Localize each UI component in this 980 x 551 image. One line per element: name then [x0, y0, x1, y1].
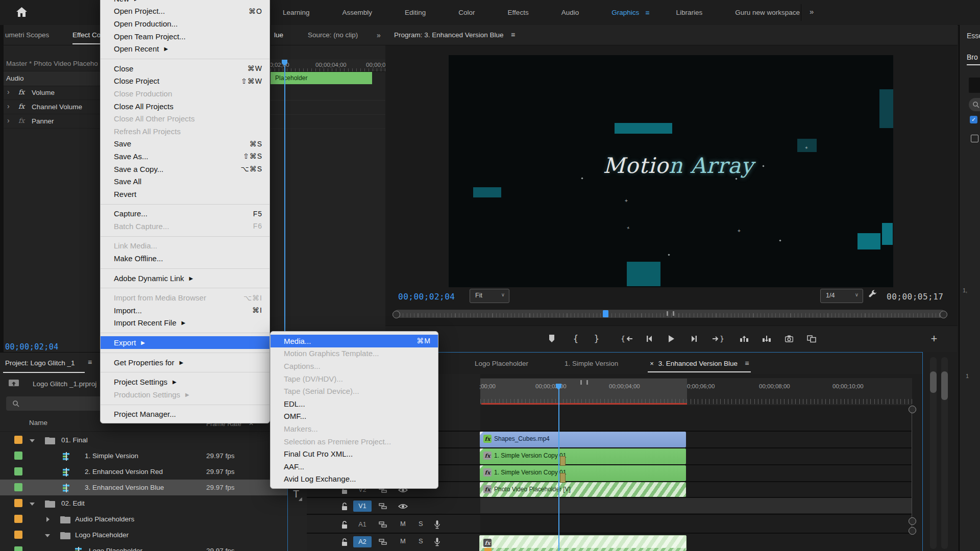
label-swatch[interactable]: [14, 531, 22, 539]
label-swatch[interactable]: [14, 436, 22, 444]
menu-item[interactable]: [101, 201, 270, 208]
program-monitor[interactable]: Motion Array + + + +: [449, 55, 893, 287]
zoom-level-select[interactable]: Fit ∨: [470, 289, 509, 303]
scrubber-playhead[interactable]: [603, 310, 608, 317]
source-playhead-icon[interactable]: [281, 59, 288, 66]
label-swatch[interactable]: [14, 452, 22, 460]
project-row[interactable]: Logo Placeholder: [0, 527, 287, 543]
workspace-tab[interactable]: Guru new workspace: [735, 9, 806, 16]
workspace-tab[interactable]: Editing: [405, 9, 432, 16]
fx-badge[interactable]: fx: [483, 452, 492, 460]
label-swatch[interactable]: [14, 467, 22, 475]
expand-chevron-icon[interactable]: [45, 533, 50, 540]
mute-button[interactable]: M: [400, 520, 406, 528]
fx-badge[interactable]: fx: [483, 485, 492, 493]
menu-item[interactable]: [101, 233, 270, 240]
expand-chevron-icon[interactable]: [30, 438, 35, 445]
menu-item[interactable]: Tape (DV/HDV)...: [271, 372, 438, 385]
close-icon[interactable]: ×: [650, 360, 654, 367]
column-name[interactable]: Name: [29, 419, 47, 427]
sync-lock-icon[interactable]: [379, 503, 387, 510]
keyframe-marker[interactable]: [560, 456, 566, 466]
project-menu-icon[interactable]: ≡: [88, 358, 92, 366]
timeline-ruler[interactable]: ;00;00 00;00;02;00 00;00;04;00 0;00;06;0…: [480, 378, 912, 405]
label-swatch[interactable]: [14, 546, 22, 551]
menu-item[interactable]: [101, 265, 270, 272]
menu-item[interactable]: [101, 401, 270, 408]
menu-item[interactable]: OMF...: [271, 410, 438, 423]
menu-item[interactable]: Close All Projects: [101, 100, 270, 113]
expand-chevron-icon[interactable]: ›: [7, 102, 10, 110]
menu-item[interactable]: Final Cut Pro XML...: [271, 447, 438, 460]
menu-item[interactable]: Link Media...: [101, 240, 270, 253]
solo-button[interactable]: S: [419, 520, 423, 528]
zoom-handle[interactable]: [909, 406, 916, 413]
menu-item[interactable]: [101, 55, 270, 62]
mute-button[interactable]: M: [400, 537, 406, 545]
menu-item[interactable]: Open Project... ⌘O: [101, 5, 270, 18]
menu-item[interactable]: Open Recent ▶: [101, 42, 270, 55]
menu-item[interactable]: Import from Media Browser ⌥⌘I: [101, 291, 270, 304]
menu-item[interactable]: Production Settings ▶: [101, 388, 270, 401]
menu-item[interactable]: Tape (Serial Device)...: [271, 385, 438, 397]
lock-icon[interactable]: [341, 520, 348, 529]
effect-controls-timecode[interactable]: 00;00;02;04: [5, 342, 59, 352]
zoom-handle[interactable]: [909, 517, 916, 525]
workspace-tab[interactable]: Effects: [508, 9, 535, 16]
menu-item[interactable]: New ▶: [101, 0, 270, 5]
workspace-tab[interactable]: Libraries: [676, 9, 708, 16]
menu-item[interactable]: Adobe Dynamic Link ▶: [101, 272, 270, 285]
label-swatch[interactable]: [14, 499, 22, 507]
menu-item[interactable]: Get Properties for ▶: [101, 356, 270, 369]
eye-icon[interactable]: [398, 503, 408, 510]
tab-effect-controls[interactable]: Effect Co: [72, 31, 101, 39]
menu-item[interactable]: Selection as Premiere Project...: [271, 435, 438, 448]
source-clip-placeholder[interactable]: Placeholder: [271, 72, 372, 84]
expand-chevron-icon[interactable]: ›: [7, 116, 10, 124]
menu-item[interactable]: Open Team Project...: [101, 30, 270, 43]
sequence-tab[interactable]: × 3. Enhanced Version Blue ≡: [650, 353, 749, 374]
lift-button[interactable]: [738, 333, 750, 345]
menu-item[interactable]: Export ▶: [101, 336, 270, 349]
program-menu-icon[interactable]: ≡: [511, 31, 515, 39]
clip-sliver[interactable]: [479, 548, 685, 551]
track-target-v1[interactable]: V1: [353, 500, 372, 512]
workspace-overflow-icon[interactable]: »: [810, 7, 814, 16]
menu-item[interactable]: Project Settings ▶: [101, 375, 270, 388]
mic-icon[interactable]: [434, 537, 440, 546]
sync-lock-icon[interactable]: [379, 538, 387, 545]
program-current-timecode[interactable]: 00;00;02;04: [398, 292, 455, 302]
comparison-view-button[interactable]: [805, 333, 818, 345]
empty-v1-lane[interactable]: [480, 498, 912, 513]
sequence-tab[interactable]: 1. Simple Version: [560, 353, 625, 374]
project-file-name[interactable]: Logo Glitch _1.prproj: [33, 380, 96, 388]
expand-chevron-icon[interactable]: [30, 501, 35, 508]
menu-item[interactable]: Close Production: [101, 87, 270, 100]
fx-badge[interactable]: fx: [483, 468, 492, 477]
menu-item[interactable]: [101, 329, 270, 336]
scrubber-start-handle[interactable]: [393, 311, 400, 318]
panel-overflow-icon[interactable]: »: [377, 31, 381, 39]
menu-item[interactable]: Close All Other Projects: [101, 112, 270, 125]
step-forward-button[interactable]: [688, 333, 700, 345]
menu-item[interactable]: Refresh All Projects: [101, 125, 270, 138]
project-row[interactable]: 3. Enhanced Version Blue 29.97 fps: [0, 480, 287, 495]
mark-in-button[interactable]: {: [570, 333, 582, 345]
scrollbar-track[interactable]: [941, 357, 948, 549]
fx-badge[interactable]: fx: [483, 539, 492, 547]
navigate-up-icon[interactable]: [8, 378, 19, 389]
menu-item[interactable]: Import... ⌘I: [101, 304, 270, 317]
workspace-tab[interactable]: Learning: [283, 9, 316, 16]
menu-item[interactable]: Close ⌘W: [101, 62, 270, 75]
sequence-tab[interactable]: Logo Placeholder: [470, 353, 535, 374]
tab-lumetri-scopes[interactable]: umetri Scopes: [5, 31, 49, 39]
type-tool[interactable]: T: [293, 488, 299, 500]
label-swatch[interactable]: [14, 483, 22, 491]
solo-button[interactable]: S: [419, 537, 423, 545]
home-icon[interactable]: [16, 7, 28, 19]
lock-icon[interactable]: [341, 538, 348, 546]
mic-icon[interactable]: [434, 520, 440, 529]
extract-button[interactable]: [761, 333, 773, 345]
menu-item[interactable]: Save a Copy... ⌥⌘S: [101, 163, 270, 176]
menu-item[interactable]: Save As... ⇧⌘S: [101, 150, 270, 163]
